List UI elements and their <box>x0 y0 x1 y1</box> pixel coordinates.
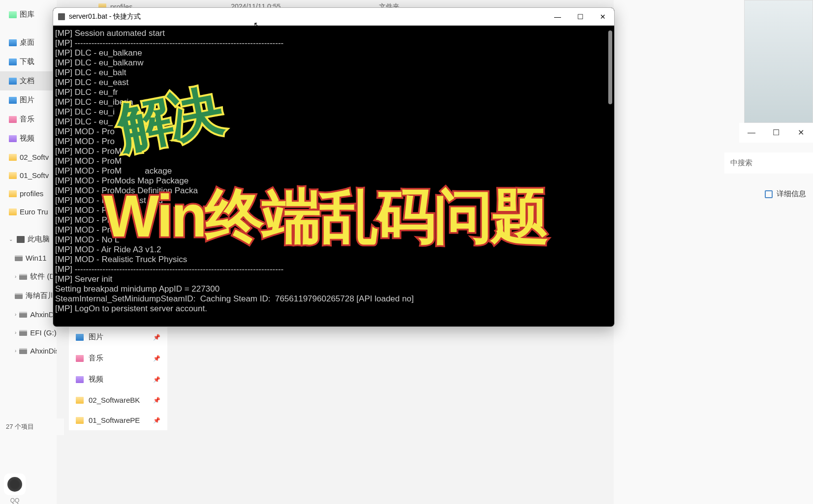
quickaccess-item-02_softwarebk[interactable]: 02_SoftwareBK📌 <box>69 390 167 410</box>
titlebar[interactable]: server01.bat - 快捷方式 — ☐ ✕ <box>53 8 614 26</box>
folder-icon <box>19 274 27 280</box>
sidebar-label: 软件 (D <box>30 272 55 281</box>
sidebar-label: 视频 <box>20 134 34 143</box>
sidebar-item-下载[interactable]: 下载 <box>0 52 57 71</box>
sidebar-item-图库[interactable]: 图库 <box>0 5 57 24</box>
qq-label: QQ <box>0 497 30 504</box>
maximize-button[interactable]: ☐ <box>569 8 592 26</box>
chevron-icon: › <box>15 348 16 354</box>
sidebar-label: 音乐 <box>20 115 34 124</box>
preview-image <box>744 0 813 123</box>
sidebar-item-视频[interactable]: 视频 <box>0 129 57 148</box>
quickaccess-item-01_softwarepe[interactable]: 01_SoftwarePE📌 <box>69 410 167 430</box>
folder-icon <box>9 154 17 161</box>
taskbar-app-qq[interactable]: QQ <box>0 474 30 504</box>
folder-icon <box>9 172 17 179</box>
folder-icon <box>9 97 17 104</box>
pin-icon: 📌 <box>153 334 160 341</box>
minimize-button[interactable]: — <box>739 123 764 143</box>
terminal-window: server01.bat - 快捷方式 — ☐ ✕ [MP] Session a… <box>53 7 615 327</box>
quickaccess-item-视频[interactable]: 视频📌 <box>69 369 167 390</box>
close-button[interactable]: ✕ <box>788 123 813 143</box>
scrollbar-thumb[interactable] <box>608 30 612 104</box>
sidebar-label: EFI (G:) <box>30 328 56 337</box>
pin-icon: 📌 <box>153 376 160 383</box>
sidebar-item-01_softv[interactable]: 01_Softv <box>0 166 57 184</box>
sidebar-label: AhxinDis <box>30 347 57 355</box>
sidebar-label: 桌面 <box>20 38 34 47</box>
folder-icon <box>9 135 17 142</box>
sidebar-item-02_softv[interactable]: 02_Softv <box>0 148 57 166</box>
folder-icon <box>76 355 84 362</box>
details-icon <box>765 190 773 198</box>
item-label: 图片 <box>89 332 103 342</box>
sidebar-label: 下载 <box>20 57 34 66</box>
sidebar-label: 文档 <box>20 76 34 86</box>
sidebar-item-图片[interactable]: 图片 <box>0 90 57 110</box>
close-button[interactable]: ✕ <box>592 8 614 26</box>
item-label: 音乐 <box>89 354 103 363</box>
sidebar-item-ahxindis[interactable]: ›AhxinDis <box>0 305 57 324</box>
folder-icon <box>17 236 25 243</box>
item-label: 02_SoftwareBK <box>89 396 140 404</box>
window-controls: — ☐ ✕ <box>546 8 614 26</box>
folder-icon <box>15 255 23 261</box>
explorer-quick-access: 图片📌音乐📌视频📌02_SoftwareBK📌01_SoftwarePE📌 <box>69 326 167 430</box>
chevron-icon: › <box>15 330 16 335</box>
pin-icon: 📌 <box>153 417 160 424</box>
sidebar-item-win11[interactable]: Win11 <box>0 249 57 267</box>
sidebar-label: 02_Softv <box>20 153 49 161</box>
sidebar-label: Win11 <box>26 254 47 262</box>
sidebar-item-桌面[interactable]: 桌面 <box>0 33 57 52</box>
window-title: server01.bat - 快捷方式 <box>69 12 141 21</box>
folder-icon <box>9 11 17 18</box>
sidebar-label: 此电脑 <box>28 235 50 244</box>
folder-icon <box>76 397 84 404</box>
maximize-button[interactable]: ☐ <box>764 123 788 143</box>
window-controls-bg: — ☐ ✕ <box>739 123 813 143</box>
sidebar-item-音乐[interactable]: 音乐 <box>0 110 57 129</box>
chevron-icon: › <box>15 312 16 317</box>
sidebar-label: Euro Tru <box>20 208 48 216</box>
sidebar-label: 01_Softv <box>20 171 49 179</box>
sidebar-item-ahxindis[interactable]: ›AhxinDis <box>0 342 57 360</box>
sidebar-item-profiles[interactable]: profiles <box>0 184 57 203</box>
quickaccess-item-音乐[interactable]: 音乐📌 <box>69 348 167 369</box>
sidebar-item-efi (g:)[interactable]: ›EFI (G:) <box>0 324 57 342</box>
folder-icon <box>19 312 27 318</box>
sidebar-label: 图片 <box>20 95 34 105</box>
sidebar-item-此电脑[interactable]: ⌄此电脑 <box>0 230 57 249</box>
terminal-output[interactable]: [MP] Session automated start [MP] ------… <box>53 26 614 326</box>
sidebar-item-软件 (d[interactable]: ›软件 (D <box>0 267 57 286</box>
chevron-icon: ⌄ <box>9 237 14 242</box>
overlay-text-title: Win终端乱码问题 <box>103 177 548 257</box>
quickaccess-item-图片[interactable]: 图片📌 <box>69 326 167 348</box>
sidebar-item-euro tru[interactable]: Euro Tru <box>0 203 57 221</box>
item-label: 01_SoftwarePE <box>89 416 140 424</box>
app-icon <box>58 13 65 20</box>
taskbar: QQ <box>0 465 59 504</box>
folder-icon <box>76 334 84 341</box>
item-label: 视频 <box>89 375 103 384</box>
search-box[interactable]: 中搜索 <box>724 152 813 174</box>
details-button[interactable]: 详细信息 <box>758 184 813 204</box>
folder-icon <box>15 293 23 299</box>
folder-icon <box>9 116 17 123</box>
folder-icon <box>76 417 84 424</box>
sidebar-item-海纳百川[interactable]: 海纳百川 <box>0 286 57 305</box>
folder-icon <box>9 78 17 85</box>
pin-icon: 📌 <box>153 355 160 362</box>
folder-icon <box>9 39 17 46</box>
sidebar-label: 图库 <box>20 10 34 19</box>
sidebar-label: 海纳百川 <box>26 291 55 300</box>
qq-icon <box>4 474 26 495</box>
sidebar-label: profiles <box>20 189 43 198</box>
terminal-text: [MP] Session automated start [MP] ------… <box>55 29 612 314</box>
sidebar-item-文档[interactable]: 文档 <box>0 71 57 90</box>
minimize-button[interactable]: — <box>546 8 569 26</box>
folder-icon <box>9 190 17 197</box>
folder-icon <box>9 59 17 65</box>
folder-icon <box>9 208 17 215</box>
pin-icon: 📌 <box>153 397 160 404</box>
folder-icon <box>19 330 27 336</box>
